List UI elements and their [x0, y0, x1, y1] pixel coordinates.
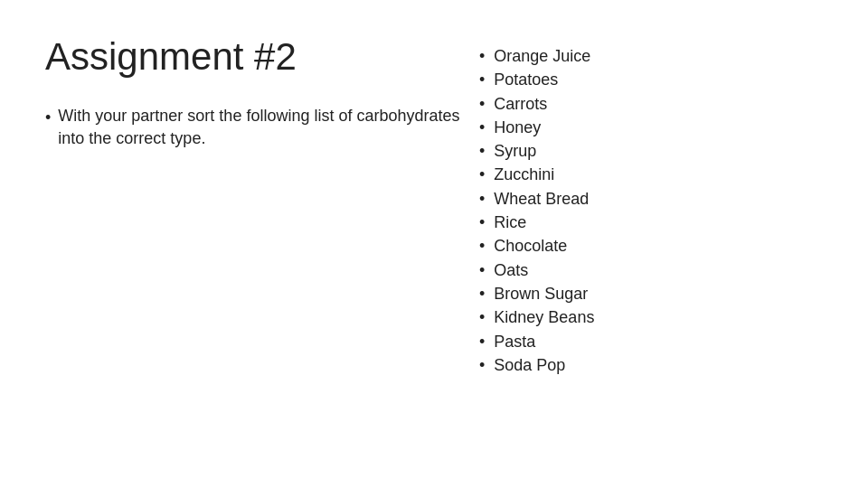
- food-list-item: Chocolate: [479, 235, 823, 257]
- instruction-text: With your partner sort the following lis…: [58, 105, 461, 150]
- food-list-item: Zucchini: [479, 164, 823, 185]
- instruction-bullet-icon: •: [45, 107, 51, 129]
- slide: Assignment #2 • With your partner sort t…: [0, 0, 868, 488]
- food-list-item: Brown Sugar: [479, 283, 823, 305]
- food-list-item: Orange Juice: [479, 45, 823, 67]
- food-list-item: Carrots: [479, 93, 823, 115]
- food-list-item: Syrup: [479, 140, 823, 162]
- food-list-item: Oats: [479, 259, 823, 281]
- food-list-item: Pasta: [479, 331, 823, 352]
- instruction-block: • With your partner sort the following l…: [45, 105, 461, 150]
- right-panel: Orange JuicePotatoesCarrotsHoneySyrupZuc…: [479, 36, 823, 452]
- left-panel: Assignment #2 • With your partner sort t…: [45, 36, 479, 452]
- food-list-item: Kidney Beans: [479, 306, 823, 328]
- food-list-item: Rice: [479, 211, 823, 233]
- food-list-item: Wheat Bread: [479, 188, 823, 210]
- food-list-item: Soda Pop: [479, 354, 823, 376]
- food-list: Orange JuicePotatoesCarrotsHoneySyrupZuc…: [479, 45, 823, 376]
- food-list-item: Potatoes: [479, 69, 823, 90]
- food-list-item: Honey: [479, 117, 823, 138]
- slide-title: Assignment #2: [45, 36, 461, 78]
